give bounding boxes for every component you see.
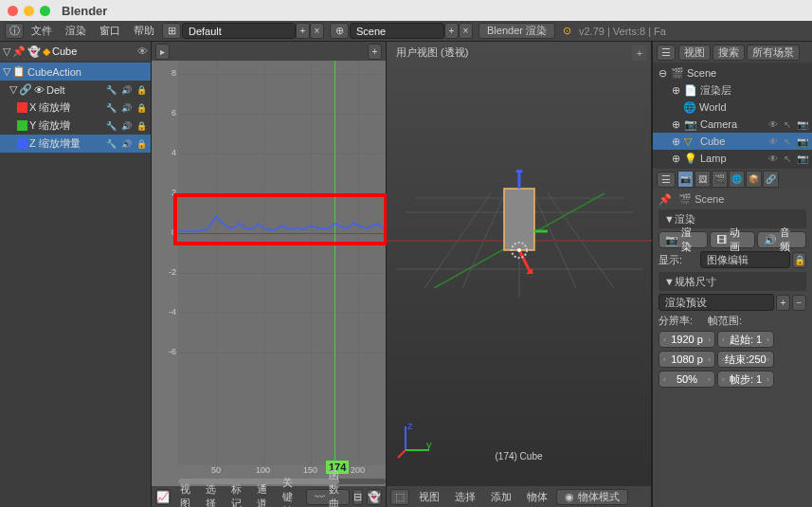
vp-menu-add[interactable]: 添加: [484, 490, 518, 504]
expand-icon[interactable]: ⊕: [670, 118, 681, 131]
dimensions-panel-header[interactable]: ▼ 规格尺寸: [659, 272, 806, 291]
scene-add-button[interactable]: +: [444, 23, 459, 39]
camera-row[interactable]: ⊕ 📷 Camera 👁 ↖ 📷: [653, 116, 812, 133]
ghost-icon[interactable]: 👻: [27, 45, 41, 58]
minimize-window-icon[interactable]: [24, 6, 34, 16]
ghost-curves-icon[interactable]: 👻: [367, 489, 382, 505]
res-x-field[interactable]: 1920 p: [659, 331, 715, 348]
frame-start-field[interactable]: 起始: 1: [717, 331, 774, 348]
tab-world-icon[interactable]: 🌐: [729, 171, 745, 188]
frame-end-field[interactable]: 结束:250: [717, 351, 774, 368]
eye-icon[interactable]: 👁: [768, 119, 778, 130]
render-vis-icon[interactable]: 📷: [797, 119, 808, 130]
cursor-icon[interactable]: ↖: [784, 154, 791, 164]
vp-mode-select[interactable]: ◉ 物体模式: [556, 489, 628, 505]
tab-render-icon[interactable]: 📷: [677, 171, 694, 188]
maximize-window-icon[interactable]: [40, 6, 50, 16]
wrench-icon[interactable]: 🔧: [104, 103, 117, 113]
eye-icon[interactable]: 👁: [34, 84, 45, 96]
speaker-icon[interactable]: 🔊: [119, 85, 133, 95]
collapse-icon[interactable]: ⊖: [657, 67, 668, 80]
pin-icon[interactable]: 📌: [659, 193, 672, 205]
channel-z-row[interactable]: Z 缩放增量 🔧 🔊 🔒: [0, 135, 151, 153]
render-preset-select[interactable]: 渲染预设: [659, 294, 774, 311]
triangle-icon[interactable]: ▽: [3, 45, 10, 58]
editor-type-icon[interactable]: ⓘ: [5, 23, 24, 39]
channel-eye-icon[interactable]: 👁: [137, 45, 148, 57]
render-button[interactable]: 📷渲染: [659, 231, 708, 248]
channel-y-row[interactable]: Y 缩放增 🔧 🔊 🔒: [0, 117, 151, 135]
lock-icon[interactable]: 🔒: [135, 139, 148, 149]
channel-x-row[interactable]: X 缩放增 🔧 🔊 🔒: [0, 99, 151, 117]
cube-object[interactable]: [491, 170, 548, 274]
layout-remove-button[interactable]: ×: [310, 23, 324, 39]
preset-add-button[interactable]: +: [776, 295, 790, 311]
collapse-icon[interactable]: ▸: [155, 44, 170, 60]
menu-help[interactable]: 帮助: [127, 24, 161, 38]
tab-constraints-icon[interactable]: 🔗: [763, 171, 779, 188]
lock-icon[interactable]: 🔒: [135, 121, 148, 131]
speaker-icon[interactable]: 🔊: [119, 103, 133, 113]
outliner-type-icon[interactable]: ☰: [657, 45, 676, 61]
scene-remove-button[interactable]: ×: [459, 23, 473, 39]
scene-root-row[interactable]: ⊖ 🎬 Scene: [653, 64, 812, 81]
res-pct-field[interactable]: 50%: [659, 371, 715, 388]
tab-scene-icon[interactable]: 🎬: [712, 171, 728, 188]
graph-menu-key[interactable]: 关键帧: [276, 476, 304, 508]
layout-name-field[interactable]: Default: [182, 23, 296, 39]
graph-menu-view[interactable]: 视图: [173, 482, 197, 507]
outliner-filter-select[interactable]: 所有场景: [747, 45, 800, 61]
scene-browse-icon[interactable]: ⊕: [330, 23, 349, 39]
graph-mode-select[interactable]: 〰 函数曲线: [306, 489, 350, 505]
expand-icon[interactable]: ⊕: [670, 136, 681, 148]
cursor-icon[interactable]: ↖: [784, 136, 791, 147]
audio-button[interactable]: 🔊音频: [757, 231, 806, 248]
menu-render[interactable]: 渲染: [59, 24, 93, 38]
menu-window[interactable]: 窗口: [93, 24, 127, 38]
speaker-icon[interactable]: 🔊: [119, 139, 133, 149]
vp-menu-select[interactable]: 选择: [448, 490, 482, 504]
wrench-icon[interactable]: 🔧: [104, 121, 117, 131]
area-plus-button[interactable]: +: [368, 44, 382, 60]
viewport-canvas[interactable]: 用户视图 (透视) + z y (174) Cube: [387, 42, 651, 486]
wrench-icon[interactable]: 🔧: [104, 85, 117, 95]
renderlayers-row[interactable]: ⊕ 📄 渲染层: [653, 81, 812, 99]
layout-add-button[interactable]: +: [296, 23, 310, 39]
tab-renderlayers-icon[interactable]: 🖼: [695, 171, 711, 188]
lock-icon[interactable]: 🔒: [135, 103, 148, 113]
group-row[interactable]: ▽🔗 👁 Delt 🔧 🔊 🔒: [0, 81, 151, 99]
cube-row[interactable]: ⊕ ▽ Cube 👁 ↖ 📷: [653, 133, 812, 150]
outliner-view-button[interactable]: 视图: [678, 45, 711, 61]
layout-browse-icon[interactable]: ⊞: [162, 23, 181, 39]
action-row[interactable]: ▽📋 CubeAction: [0, 63, 151, 81]
graph-menu-select[interactable]: 选择: [199, 482, 223, 507]
world-row[interactable]: 🌐 World: [653, 99, 812, 116]
eye-icon[interactable]: 👁: [768, 136, 778, 147]
viewport-editor-type-icon[interactable]: ⬚: [390, 489, 409, 505]
frame-step-field[interactable]: 帧步: 1: [717, 371, 774, 388]
normalize-icon[interactable]: ⊟: [352, 489, 363, 505]
viewport-plus-button[interactable]: +: [632, 45, 647, 61]
menu-file[interactable]: 文件: [25, 24, 59, 38]
graph-canvas[interactable]: [178, 61, 386, 465]
render-engine-select[interactable]: Blender 渲染: [478, 23, 555, 39]
scene-name-field[interactable]: Scene: [350, 23, 444, 39]
pin-icon[interactable]: 📌: [12, 45, 26, 58]
graph-menu-channel[interactable]: 通道: [250, 482, 274, 507]
expand-icon[interactable]: ⊕: [670, 153, 681, 165]
preset-remove-button[interactable]: −: [792, 295, 806, 311]
lock-display-icon[interactable]: 🔒: [792, 252, 806, 268]
tab-object-icon[interactable]: 📦: [746, 171, 762, 188]
eye-icon[interactable]: 👁: [768, 154, 778, 164]
render-vis-icon[interactable]: 📷: [797, 154, 808, 164]
anim-button[interactable]: 🎞动画: [710, 231, 756, 248]
render-vis-icon[interactable]: 📷: [797, 136, 808, 147]
speaker-icon[interactable]: 🔊: [119, 121, 133, 131]
graph-editor-type-icon[interactable]: 📈: [155, 489, 171, 505]
display-mode-select[interactable]: 图像编辑: [700, 251, 790, 268]
lamp-row[interactable]: ⊕ 💡 Lamp 👁 ↖ 📷: [653, 150, 812, 167]
vp-menu-object[interactable]: 物体: [520, 490, 554, 504]
cursor-icon[interactable]: ↖: [784, 119, 791, 130]
graph-menu-marker[interactable]: 标记: [225, 482, 248, 507]
properties-type-icon[interactable]: ☰: [657, 172, 676, 188]
